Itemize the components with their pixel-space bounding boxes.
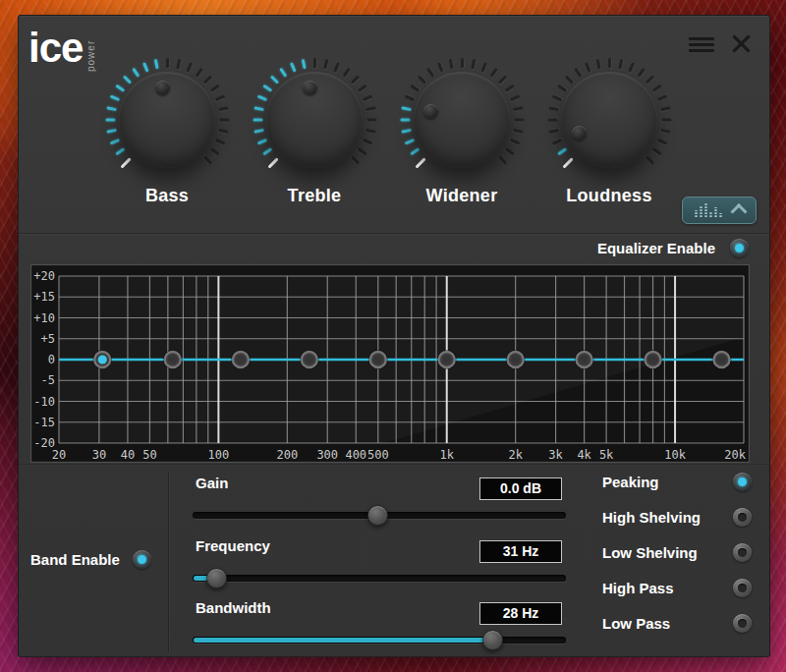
y-axis-label: 0 <box>48 353 55 366</box>
close-button[interactable] <box>731 33 751 53</box>
vertical-divider <box>168 472 169 652</box>
x-axis-label: 500 <box>367 448 389 462</box>
y-axis-label: +20 <box>33 269 55 283</box>
low-shelving-radio[interactable] <box>733 543 752 562</box>
eq-frequency-response-chart[interactable]: +20+15+10+50-5-10-15-2020304050100200300… <box>31 265 749 462</box>
eq-band-node-dot <box>305 355 313 364</box>
x-axis-label: 2k <box>508 448 523 462</box>
gain-control-group: Gain 0.0 dB <box>193 474 566 532</box>
hamburger-icon <box>689 37 714 40</box>
equalizer-bars-icon <box>694 201 725 219</box>
x-axis-label: 20 <box>52 448 66 462</box>
x-axis-label: 1k <box>440 448 455 462</box>
x-axis-label: 20k <box>724 448 746 462</box>
bandwidth-label: Bandwidth <box>196 599 271 616</box>
y-axis-label: +15 <box>33 290 55 304</box>
eq-band-node-selected-dot <box>98 355 107 364</box>
gain-value-box[interactable]: 0.0 dB <box>479 477 562 500</box>
frequency-control-group: Frequency 31 Hz <box>193 536 566 595</box>
widener-knob[interactable] <box>393 51 531 189</box>
bandwidth-value-box[interactable]: 28 Hz <box>479 602 562 625</box>
eq-band-node-dot <box>236 355 245 364</box>
section-divider <box>19 233 769 235</box>
slider-fill <box>194 638 492 643</box>
knob-body <box>561 72 657 168</box>
peaking-radio[interactable] <box>733 473 752 491</box>
eq-band-node-dot <box>648 355 657 364</box>
bass-knob[interactable] <box>98 51 236 189</box>
filter-option-peaking[interactable]: Peaking <box>602 472 752 491</box>
equalizer-panel-toggle-button[interactable] <box>682 196 757 224</box>
eq-band-node-dot <box>168 355 177 364</box>
frequency-label: Frequency <box>196 537 270 554</box>
logo-subtext: power <box>85 32 96 72</box>
x-axis-label: 200 <box>276 448 298 462</box>
bandwidth-control-group: Bandwidth 28 Hz <box>193 598 566 657</box>
x-axis-label: 4k <box>577 448 591 462</box>
bass-knob-label: Bass <box>98 186 236 206</box>
x-axis-label: 400 <box>345 448 366 462</box>
x-axis-label: 100 <box>208 448 230 462</box>
treble-knob-label: Treble <box>246 186 383 206</box>
x-axis-label: 10k <box>664 448 686 462</box>
filter-type-list: Peaking High Shelving Low Shelving High … <box>602 472 752 648</box>
bandwidth-slider[interactable] <box>193 637 566 644</box>
x-axis-label: 5k <box>599 448 614 462</box>
chevron-up-icon <box>731 203 748 220</box>
loudness-knob-label: Loudness <box>540 186 678 206</box>
widener-knob-label: Widener <box>393 186 531 206</box>
y-axis-label: +5 <box>41 332 55 346</box>
x-axis-label: 300 <box>316 448 338 462</box>
menu-button[interactable] <box>689 37 714 52</box>
eq-band-node-dot <box>373 355 382 364</box>
y-axis-label: -10 <box>33 395 55 409</box>
plugin-window: ice power Bass Treble Widener Lo <box>18 15 770 657</box>
knob-body <box>414 72 510 168</box>
knob-indicator-dot <box>155 81 170 95</box>
filter-option-high-shelving[interactable]: High Shelving <box>602 507 752 527</box>
eq-band-node-dot <box>580 355 589 364</box>
band-enable-label: Band Enable <box>30 551 120 568</box>
eq-graph-panel[interactable]: +20+15+10+50-5-10-15-2020304050100200300… <box>30 264 750 463</box>
band-enable-radio[interactable] <box>133 550 151 569</box>
frequency-slider[interactable] <box>193 575 566 582</box>
app-logo: ice power <box>28 26 96 72</box>
gain-slider-handle[interactable] <box>367 505 388 526</box>
band-enable-row: Band Enable <box>30 549 151 569</box>
knob-indicator-dot <box>572 126 587 140</box>
eq-band-node-dot <box>717 355 726 364</box>
high-pass-radio[interactable] <box>733 579 752 597</box>
frequency-slider-handle[interactable] <box>206 568 227 588</box>
x-axis-label: 50 <box>142 448 156 462</box>
eq-band-node-dot <box>442 355 451 364</box>
y-axis-label: +10 <box>33 311 55 325</box>
equalizer-enable-radio[interactable] <box>730 239 749 257</box>
knob-indicator-dot <box>423 104 438 119</box>
treble-knob[interactable] <box>246 51 383 189</box>
section-divider <box>19 464 769 465</box>
filter-option-low-pass[interactable]: Low Pass <box>602 613 752 633</box>
filter-option-low-shelving[interactable]: Low Shelving <box>602 542 752 562</box>
desktop: j ice power Bass Treble Widener <box>0 0 786 672</box>
y-axis-label: -5 <box>41 373 55 387</box>
high-shelving-radio[interactable] <box>733 508 752 527</box>
x-axis-label: 30 <box>92 448 106 462</box>
bandwidth-slider-handle[interactable] <box>482 630 503 650</box>
knob-indicator-dot <box>303 81 317 95</box>
frequency-value-box[interactable]: 31 Hz <box>479 540 562 563</box>
eq-band-node-dot <box>511 355 520 364</box>
low-pass-radio[interactable] <box>733 614 752 633</box>
gain-label: Gain <box>196 475 228 491</box>
x-axis-label: 3k <box>548 448 563 462</box>
logo-text: ice <box>28 26 83 71</box>
loudness-knob[interactable] <box>540 51 678 189</box>
filter-option-high-pass[interactable]: High Pass <box>602 578 752 597</box>
y-axis-label: -15 <box>33 416 55 429</box>
x-axis-label: 40 <box>121 448 135 462</box>
equalizer-enable-label: Equalizer Enable <box>597 240 715 256</box>
equalizer-enable-row: Equalizer Enable <box>597 238 749 257</box>
